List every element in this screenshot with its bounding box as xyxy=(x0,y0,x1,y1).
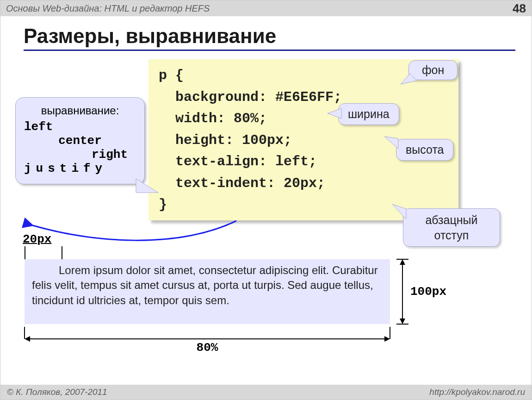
svg-marker-2 xyxy=(384,137,398,149)
callout-background: фон xyxy=(408,60,458,80)
svg-marker-1 xyxy=(328,108,341,119)
svg-marker-0 xyxy=(401,74,417,84)
callout-tail-icon xyxy=(384,137,403,150)
align-opt-justify: justify xyxy=(24,162,136,175)
code-close: } xyxy=(159,197,167,212)
code-line-bg: background: #E6E6FF; xyxy=(159,87,448,108)
callout-tail-icon xyxy=(328,107,346,121)
width-dimension: 80% xyxy=(25,325,390,353)
slide-footer: © К. Поляков, 2007-2011 http://kpolyakov… xyxy=(0,385,532,400)
callout-tail-icon xyxy=(392,207,411,221)
code-selector: p { xyxy=(159,68,184,83)
width-dim-arrows-icon xyxy=(25,325,390,341)
align-box-title: выравнивание: xyxy=(24,104,136,117)
svg-marker-8 xyxy=(400,259,405,265)
code-line-width: width: 80%; xyxy=(159,108,448,130)
page-number: 48 xyxy=(513,1,526,16)
svg-marker-4 xyxy=(136,179,158,193)
align-opt-right: right xyxy=(24,148,136,162)
alignment-options-box: выравнивание: left center right justify xyxy=(15,97,145,184)
code-line-indent: text-indent: 20px; xyxy=(159,173,448,194)
align-opt-left: left xyxy=(24,120,136,134)
height-dim-arrows-icon xyxy=(395,259,409,324)
callout-tail-icon xyxy=(401,71,419,85)
slide-title: Размеры, выравнивание xyxy=(24,25,532,48)
height-dim-label: 100px xyxy=(410,285,446,299)
callout-height: высота xyxy=(396,139,453,161)
callout-width: ширина xyxy=(338,103,399,125)
svg-marker-9 xyxy=(400,319,405,324)
callout-indent: абзацный отступ xyxy=(403,208,500,247)
slide-header: Основы Web-дизайна: HTML и редактор HEFS… xyxy=(0,0,532,16)
callout-tail-icon xyxy=(136,179,159,197)
height-dimension: 100px xyxy=(395,259,455,324)
demo-paragraph: Lorem ipsum dolor sit amet, consectetur … xyxy=(25,259,390,324)
width-dim-label: 80% xyxy=(25,341,390,355)
title-rule xyxy=(24,50,515,51)
footer-copyright: © К. Поляков, 2007-2011 xyxy=(7,387,107,397)
footer-url: http://kpolyakov.narod.ru xyxy=(429,387,525,397)
align-opt-center: center xyxy=(24,134,136,148)
header-title: Основы Web-дизайна: HTML и редактор HEFS xyxy=(6,3,210,14)
arrow-indent-icon xyxy=(28,217,241,250)
